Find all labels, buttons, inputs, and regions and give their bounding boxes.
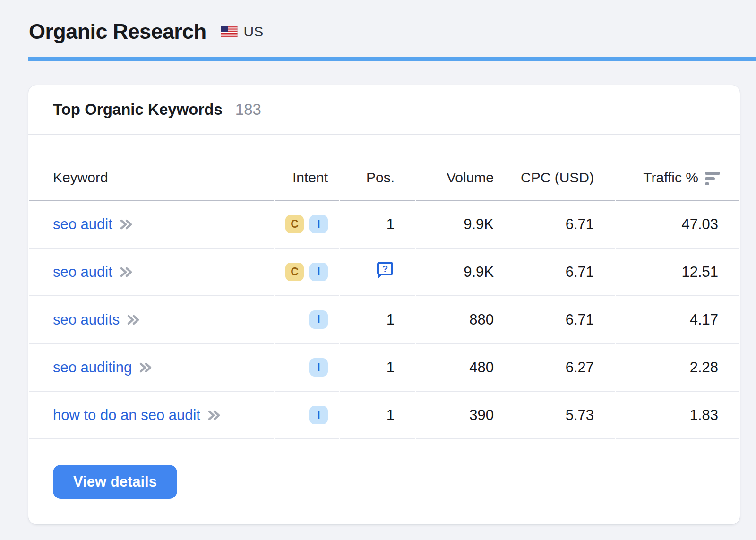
traffic-cell: 12.51 [616,249,739,296]
intent-badge-commercial: C [285,263,304,281]
volume-cell: 880 [416,296,515,344]
column-header-keyword: Keyword [29,135,274,201]
keyword-link[interactable]: how to do an seo audit [53,407,221,424]
top-organic-keywords-card: Top Organic Keywords 183 Keyword Intent … [28,85,740,524]
double-chevron-icon [120,218,133,231]
intent-badge-informational: I [309,263,328,281]
card-title: Top Organic Keywords [53,101,223,119]
intent-badge-informational: I [309,358,328,377]
keyword-label: seo audit [53,264,112,281]
cpc-cell: 6.71 [515,249,615,296]
traffic-cell: 1.83 [616,392,739,439]
keyword-label: seo audits [53,311,120,328]
traffic-cell: 2.28 [616,344,739,392]
keyword-link[interactable]: seo audit [53,216,133,233]
position-cell: 1 [340,392,415,439]
keyword-link[interactable]: seo auditing [53,359,152,376]
column-header-traffic: Traffic % [616,135,739,201]
intent-badges: I [309,310,328,329]
svg-text:?: ? [382,264,388,274]
table-row: seo audits I 1 880 6.71 [29,296,739,344]
card-header: Top Organic Keywords 183 [28,85,740,135]
position-cell: 1 [340,201,415,249]
country-label: US [244,24,264,40]
column-header-pos: Pos. [340,135,415,201]
volume-cell: 480 [416,344,515,392]
column-header-volume: Volume [416,135,515,201]
card-footer: View details [28,439,740,524]
traffic-header-label: Traffic % [643,170,698,186]
country-selector: US [221,24,264,40]
intent-badge-informational: I [309,310,328,329]
table-header-row: Keyword Intent Pos. Volume CPC (USD) Tra… [29,135,739,201]
position-cell: 1 [340,296,415,344]
table-row: seo audit C I 1 9.9K [29,201,739,249]
traffic-cell: 47.03 [616,201,739,249]
keyword-link[interactable]: seo audits [53,311,140,328]
column-header-intent: Intent [275,135,339,201]
intent-badges: I [309,406,328,424]
view-details-button[interactable]: View details [53,465,177,499]
keyword-link[interactable]: seo audit [53,264,133,281]
table-row: seo auditing I 1 480 6.27 [29,344,739,392]
table-row: how to do an seo audit I 1 390 [29,392,739,439]
intent-badges: I [309,358,328,377]
keywords-count-badge: 183 [235,101,261,119]
keyword-label: seo auditing [53,359,132,376]
intent-badges: C I [285,215,328,233]
cpc-cell: 6.27 [515,344,615,392]
serp-question-bubble-icon: ? [376,261,395,283]
traffic-cell: 4.17 [616,296,739,344]
cpc-cell: 6.71 [515,201,615,249]
keyword-label: how to do an seo audit [53,407,200,424]
intent-badge-commercial: C [285,215,304,233]
page-title: Organic Research [29,19,206,44]
cpc-cell: 5.73 [515,392,615,439]
column-header-cpc: CPC (USD) [515,135,615,201]
accent-divider [28,57,756,61]
volume-cell: 390 [416,392,515,439]
keyword-label: seo audit [53,216,112,233]
keywords-table: Keyword Intent Pos. Volume CPC (USD) Tra… [28,135,740,439]
volume-cell: 9.9K [416,201,515,249]
page-header: Organic Research US [29,18,263,45]
double-chevron-icon [207,409,221,421]
position-cell: ? [340,249,415,296]
cpc-cell: 6.71 [515,296,615,344]
double-chevron-icon [120,266,133,278]
intent-badges: C I [285,263,328,281]
position-cell: 1 [340,344,415,392]
double-chevron-icon [139,361,152,374]
double-chevron-icon [127,314,140,326]
table-row: seo audit C I [29,249,739,296]
sort-descending-icon[interactable] [705,170,720,185]
intent-badge-informational: I [309,406,328,424]
intent-badge-informational: I [309,215,328,233]
volume-cell: 9.9K [416,249,515,296]
us-flag-icon [221,26,238,37]
